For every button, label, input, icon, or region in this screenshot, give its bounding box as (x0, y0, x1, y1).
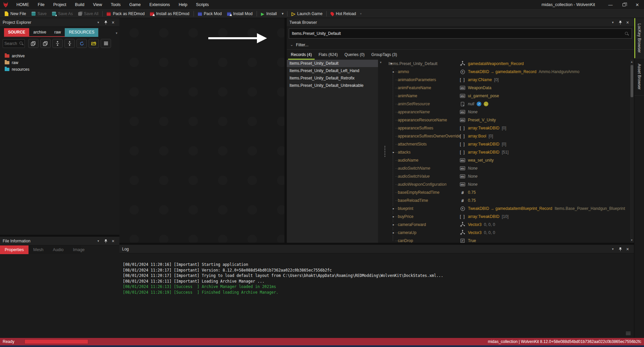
property-row[interactable]: audioSwitchValueabcNone (388, 172, 629, 180)
pin-button[interactable] (102, 19, 109, 26)
tree-item-archive[interactable]: archive (5, 53, 119, 59)
pack-mod-button[interactable]: Pack Mod (195, 10, 224, 18)
expander-closed-icon[interactable]: ▸ (393, 150, 394, 154)
tree-item-raw[interactable]: raw (5, 59, 119, 66)
property-row[interactable]: baseReloadTime#0.75 (388, 196, 629, 205)
tab-grouptags[interactable]: GroupTags (3) (369, 51, 400, 60)
list-grid-splitter[interactable] (383, 60, 386, 243)
property-row[interactable]: ▸buyPrice[ ]array:TweakDBID[10] (388, 213, 629, 221)
menu-help[interactable]: Help (174, 0, 192, 9)
word-wrap-icon[interactable] (626, 332, 631, 335)
tab-properties[interactable]: Properties (0, 245, 29, 254)
menu-file[interactable]: File (34, 0, 49, 9)
menu-extensions[interactable]: Extensions (145, 0, 174, 9)
import-resource-button[interactable]: ← (484, 102, 488, 106)
install-mod-button[interactable]: Install Mod (224, 10, 255, 18)
panel-close-button[interactable]: × (624, 19, 631, 26)
expand-nodes-button[interactable] (52, 39, 63, 48)
record-item[interactable]: Items.Preset_Unity_Default (287, 60, 378, 67)
tree-item-resources[interactable]: resources (5, 66, 119, 73)
property-row[interactable]: ▸cameraUpVector30, 0, 0 (388, 229, 629, 237)
tabs-overflow-icon[interactable]: ▾ (116, 31, 117, 37)
expander-closed-icon[interactable]: ▸ (393, 70, 394, 74)
property-row[interactable]: appearanceResourceNameabcPreset_V_Unity (388, 116, 629, 124)
record-item[interactable]: Items.Preset_Unity_Default_Retrofix (287, 74, 378, 82)
property-row[interactable]: audioWeaponConfigurationabcNone (388, 180, 629, 188)
launch-game-button[interactable]: Launch Game (289, 10, 325, 18)
property-row[interactable]: animationParameters[ ]array:CName[0] (388, 76, 629, 84)
property-row[interactable]: canDrop✓True (388, 237, 629, 243)
panel-menu-button[interactable]: ▾ (609, 246, 616, 252)
menu-project[interactable]: Project (49, 0, 71, 9)
minimize-button[interactable]: — (604, 0, 617, 9)
pin-button[interactable] (616, 246, 624, 252)
hot-reload-button[interactable]: Hot Reload (328, 10, 359, 18)
panel-menu-button[interactable]: ▾ (95, 19, 102, 26)
panel-menu-button[interactable]: ▾ (95, 238, 102, 244)
menu-home[interactable]: HOME (12, 0, 34, 9)
close-button[interactable]: ✕ (631, 0, 644, 9)
collapse-nodes-button[interactable] (64, 39, 75, 48)
property-grid-scrollbar[interactable]: ▲ ▼ (629, 60, 634, 243)
menu-game[interactable]: Game (125, 0, 145, 9)
property-row[interactable]: animFeatureNameabcWeaponData (388, 84, 629, 92)
viewport-canvas[interactable] (119, 18, 284, 243)
property-row[interactable]: baseEmptyReloadTime#0.75 (388, 188, 629, 196)
tab-flats[interactable]: Flats (624) (316, 51, 340, 60)
expander-closed-icon[interactable]: ▸ (393, 231, 394, 235)
pin-button[interactable] (616, 19, 624, 26)
panel-menu-button[interactable]: ▾ (609, 19, 616, 26)
tweak-search-input[interactable] (289, 28, 632, 39)
tab-source[interactable]: SOURCE (4, 28, 29, 37)
tab-image[interactable]: Image (68, 245, 90, 254)
collapse-all-button[interactable] (40, 39, 51, 48)
property-row[interactable]: appearanceSuffixes[ ]array:TweakDBID[0] (388, 124, 629, 132)
expander-closed-icon[interactable]: ▸ (393, 207, 394, 211)
side-tab-lockey-browser[interactable]: LocKey Browser (634, 18, 644, 58)
scroll-thumb[interactable] (631, 65, 633, 97)
menu-scripts[interactable]: Scripts (192, 0, 213, 9)
filter-expander[interactable]: ⌄ Filter... (287, 40, 634, 50)
pack-as-redmod-button[interactable]: Pack as REDmod (104, 10, 147, 18)
side-tab-asset-browser[interactable]: Asset Browser (634, 58, 644, 95)
property-row[interactable]: appearanceNameabcNone (388, 108, 629, 116)
property-row[interactable]: ▸attacks[ ]array:TweakDBID[51] (388, 148, 629, 156)
property-row[interactable]: ▼Items.Preset_Unity_DefaultgamedataWeapo… (388, 60, 629, 68)
record-item[interactable]: Items.Preset_Unity_Default_Left_Hand (287, 67, 378, 74)
toolbar-overflow-icon[interactable]: ▾ (360, 12, 362, 15)
restore-button[interactable] (617, 0, 631, 9)
open-folder-button[interactable] (89, 39, 99, 48)
panel-close-button[interactable]: × (624, 246, 631, 252)
tab-audio[interactable]: Audio (48, 245, 68, 254)
property-row[interactable]: animSetResourcenull↗← (388, 100, 629, 108)
install-button[interactable]: Install (258, 10, 279, 18)
property-row[interactable]: ▸blueprint≡TweakDBID → gamedataItemBluep… (388, 205, 629, 213)
tab-queries[interactable]: Queries (0) (342, 51, 367, 60)
property-row[interactable]: appearanceSuffixesOwnerOverride[ ]array:… (388, 132, 629, 140)
open-resource-button[interactable]: ↗ (477, 102, 481, 106)
record-list-scrollbar[interactable]: ▾ (378, 60, 383, 243)
install-dropdown-button[interactable]: ▼ (279, 12, 286, 15)
tab-resources[interactable]: RESOURCES (65, 28, 98, 37)
tab-records[interactable]: Records (4) (288, 51, 315, 60)
pin-button[interactable] (102, 238, 109, 244)
expand-all-button[interactable] (28, 39, 39, 48)
record-item[interactable]: Items.Preset_Unity_Default_Unbreakable (287, 82, 378, 89)
install-as-redmod-button[interactable]: Install as REDmod (147, 10, 192, 18)
property-row[interactable]: audioNameabcwea_set_unity (388, 156, 629, 164)
panel-close-button[interactable]: × (109, 19, 117, 26)
expander-closed-icon[interactable]: ▸ (393, 223, 394, 227)
property-row[interactable]: ▸ammo≡TweakDBID → gamedataItem_RecordAmm… (388, 68, 629, 76)
tab-raw[interactable]: raw (50, 28, 65, 37)
property-row[interactable]: ▸cameraForwardVector30, 0, 0 (388, 221, 629, 229)
tab-mesh[interactable]: Mesh (29, 245, 48, 254)
expander-open-icon[interactable]: ▼ (390, 62, 393, 65)
dock-splitter[interactable] (284, 18, 287, 243)
property-row[interactable]: audioSwitchNameabcNone (388, 164, 629, 172)
property-row[interactable]: animNameabcui_garment_pose (388, 92, 629, 100)
menu-view[interactable]: View (89, 0, 106, 9)
menu-build[interactable]: Build (71, 0, 89, 9)
list-view-button[interactable] (101, 39, 111, 48)
new-file-button[interactable]: New File (2, 10, 29, 18)
property-row[interactable]: attachmentSlots[ ]array:TweakDBID[0] (388, 140, 629, 148)
